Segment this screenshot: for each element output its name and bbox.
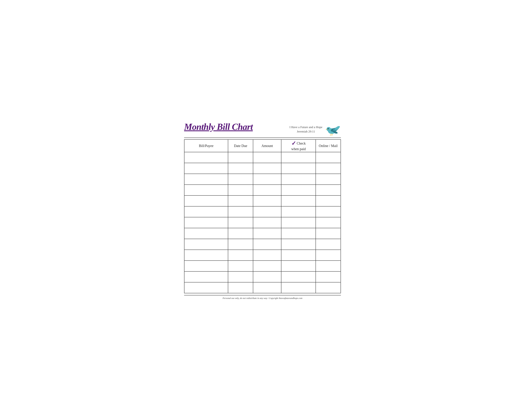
table-row — [184, 217, 341, 228]
table-cell — [228, 217, 253, 228]
table-cell — [316, 250, 341, 261]
table-body — [184, 152, 341, 293]
col-header-online: Online / Mail — [316, 140, 341, 152]
table-cell — [316, 261, 341, 271]
table-cell — [184, 206, 228, 217]
table-row — [184, 196, 341, 206]
table-cell — [281, 261, 316, 271]
table-cell — [281, 163, 316, 174]
table-row — [184, 271, 341, 282]
table-cell — [184, 261, 228, 271]
table-cell — [253, 250, 281, 261]
table-cell — [228, 282, 253, 293]
table-cell — [228, 228, 253, 239]
table-cell — [281, 174, 316, 185]
table-cell — [184, 250, 228, 261]
svg-point-1 — [327, 127, 331, 131]
table-cell — [316, 282, 341, 293]
table-cell — [228, 239, 253, 250]
table-cell — [316, 206, 341, 217]
table-cell — [228, 174, 253, 185]
table-cell — [184, 152, 228, 163]
table-row — [184, 239, 341, 250]
table-cell — [253, 152, 281, 163]
table-cell — [253, 206, 281, 217]
table-cell — [184, 239, 228, 250]
table-cell — [281, 271, 316, 282]
title-area: Monthly Bill Chart — [184, 122, 253, 132]
table-cell — [281, 239, 316, 250]
table-cell — [316, 228, 341, 239]
table-cell — [316, 152, 341, 163]
table-row — [184, 185, 341, 196]
table-cell — [184, 228, 228, 239]
table-cell — [228, 261, 253, 271]
table-row — [184, 228, 341, 239]
header: Monthly Bill Chart I Have a Future and a… — [184, 122, 341, 135]
col-header-check: ✓ Check when paid — [281, 140, 316, 152]
table-cell — [184, 217, 228, 228]
table-cell — [228, 196, 253, 206]
table-cell — [184, 271, 228, 282]
table-cell — [253, 163, 281, 174]
table-row — [184, 152, 341, 163]
table-cell — [253, 196, 281, 206]
table-row — [184, 206, 341, 217]
table-cell — [316, 185, 341, 196]
col-header-payee: Bill/Payee — [184, 140, 228, 152]
table-header-row: Bill/Payee Date Due Amount ✓ Check when … — [184, 140, 341, 152]
table-cell — [184, 185, 228, 196]
table-cell — [253, 217, 281, 228]
table-cell — [184, 282, 228, 293]
col-header-amount: Amount — [253, 140, 281, 152]
table-cell — [316, 196, 341, 206]
table-cell — [316, 174, 341, 185]
table-cell — [253, 261, 281, 271]
table-cell — [228, 271, 253, 282]
table-cell — [253, 174, 281, 185]
table-cell — [253, 185, 281, 196]
table-cell — [228, 185, 253, 196]
table-cell — [281, 196, 316, 206]
table-cell — [228, 206, 253, 217]
table-row — [184, 163, 341, 174]
table-cell — [184, 163, 228, 174]
page: Monthly Bill Chart I Have a Future and a… — [178, 118, 347, 302]
header-right: I Have a Future and a Hope Jeremiah 29:1… — [290, 123, 341, 135]
svg-point-4 — [328, 128, 328, 129]
svg-line-10 — [332, 134, 332, 135]
table-cell — [281, 206, 316, 217]
table-row — [184, 282, 341, 293]
table-row — [184, 261, 341, 271]
page-title: Monthly Bill Chart — [184, 122, 253, 132]
scripture-text: I Have a Future and a Hope Jeremiah 29:1… — [290, 125, 322, 134]
table-cell — [253, 239, 281, 250]
table-cell — [281, 185, 316, 196]
checkmark-icon: ✓ — [291, 140, 296, 146]
table-cell — [316, 163, 341, 174]
table-cell — [281, 282, 316, 293]
table-cell — [316, 239, 341, 250]
svg-marker-2 — [326, 129, 327, 130]
svg-point-3 — [328, 128, 329, 129]
table-cell — [316, 271, 341, 282]
table-cell — [228, 152, 253, 163]
table-cell — [281, 152, 316, 163]
table-cell — [281, 217, 316, 228]
table-cell — [253, 271, 281, 282]
table-cell — [253, 228, 281, 239]
bird-decoration — [325, 123, 341, 135]
header-divider — [184, 138, 341, 138]
table-cell — [281, 250, 316, 261]
bill-chart-table: Bill/Payee Date Due Amount ✓ Check when … — [184, 139, 341, 293]
table-cell — [281, 228, 316, 239]
table-cell — [228, 250, 253, 261]
table-cell — [184, 174, 228, 185]
table-cell — [228, 163, 253, 174]
col-header-date: Date Due — [228, 140, 253, 152]
table-cell — [184, 196, 228, 206]
table-cell — [253, 282, 281, 293]
table-row — [184, 174, 341, 185]
table-row — [184, 250, 341, 261]
table-cell — [316, 217, 341, 228]
